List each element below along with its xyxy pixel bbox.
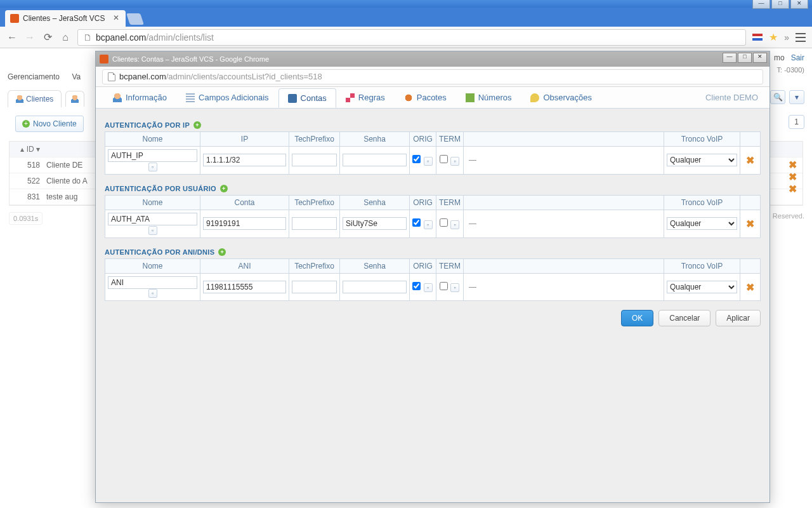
- add-user-icon[interactable]: +: [220, 185, 228, 192]
- ani-extra: —: [469, 283, 476, 291]
- hdr-senha: Senha: [340, 195, 410, 210]
- orig-extra-icon[interactable]: ▫: [424, 220, 433, 229]
- hdr-tronco: Tronco VoIP: [664, 258, 740, 273]
- hdr-senha: Senha: [340, 258, 410, 273]
- home-button[interactable]: ⌂: [60, 32, 71, 43]
- hdr-term: TERM: [436, 195, 464, 210]
- omnibox[interactable]: 🗋 bcpanel.com/admin/clients/list: [77, 29, 746, 46]
- main-menu: Gerenciamento Va: [8, 72, 91, 81]
- dialog-url[interactable]: bcpanel.com/admin/clients/accountsList?i…: [102, 69, 763, 84]
- menu-gerenciamento[interactable]: Gerenciamento: [8, 72, 60, 81]
- menu-icon[interactable]: [796, 33, 806, 42]
- new-client-button[interactable]: + Novo Cliente: [15, 116, 84, 132]
- dialog-close-button[interactable]: ✕: [753, 53, 767, 63]
- dialog-title: Clientes: Contas – JeraSoft VCS - Google…: [112, 55, 269, 63]
- term-extra-icon[interactable]: ▫: [450, 283, 459, 292]
- minimize-button[interactable]: —: [752, 0, 770, 9]
- ip-nome-input[interactable]: [108, 149, 197, 162]
- person-icon: [16, 95, 23, 103]
- expand-icon[interactable]: ▫: [148, 289, 157, 298]
- add-ani-icon[interactable]: +: [218, 248, 226, 256]
- ip-auth-table: Nome IP TechPrefixo Senha ORIG TERM Tron…: [105, 131, 761, 175]
- back-button[interactable]: ←: [6, 32, 18, 43]
- rules-icon: [346, 93, 355, 102]
- delete-icon[interactable]: ✖: [789, 183, 797, 195]
- delete-icon[interactable]: ✖: [789, 159, 797, 171]
- ip-term-checkbox[interactable]: [440, 155, 448, 163]
- user-conta-input[interactable]: [203, 217, 286, 230]
- favicon-icon: [100, 55, 108, 64]
- chevron-right-icon[interactable]: »: [784, 32, 789, 43]
- delete-row-icon[interactable]: ✖: [746, 155, 754, 166]
- apply-button[interactable]: Aplicar: [716, 310, 761, 326]
- tab-extra[interactable]: [65, 91, 84, 107]
- ani-term-checkbox[interactable]: [440, 282, 448, 290]
- dropdown-button[interactable]: ▾: [789, 90, 804, 104]
- user-tronco-select[interactable]: Qualquer: [667, 217, 737, 230]
- user-term-checkbox[interactable]: [440, 218, 448, 227]
- dialog-titlebar[interactable]: Clientes: Contas – JeraSoft VCS - Google…: [96, 51, 769, 67]
- close-button[interactable]: ✕: [790, 0, 808, 9]
- ani-orig-checkbox[interactable]: [412, 282, 421, 290]
- tab-contas[interactable]: Contas: [278, 88, 336, 108]
- delete-icon[interactable]: ✖: [789, 171, 797, 183]
- add-ip-icon[interactable]: +: [193, 121, 201, 129]
- ip-senha-input[interactable]: [343, 154, 407, 166]
- dialog-minimize-button[interactable]: —: [723, 53, 737, 63]
- tab-regras[interactable]: Regras: [336, 88, 395, 107]
- tab-clientes[interactable]: Clientes: [8, 90, 62, 107]
- hdr-id[interactable]: ID: [27, 145, 34, 154]
- outer-titlebar: [0, 0, 812, 8]
- user-nome-input[interactable]: [108, 213, 197, 225]
- search-button[interactable]: 🔍: [770, 90, 785, 104]
- person-icon: [71, 95, 79, 103]
- favicon-icon: [10, 14, 19, 23]
- ani-nome-input[interactable]: [108, 276, 197, 289]
- dialog-maximize-button[interactable]: □: [738, 53, 752, 63]
- flag-icon: [752, 34, 763, 41]
- user-senha-input[interactable]: [343, 217, 407, 230]
- tab-campos[interactable]: Campos Adicionais: [176, 88, 278, 107]
- ani-pref-input[interactable]: [292, 281, 337, 293]
- reload-button[interactable]: ⟳: [42, 32, 53, 43]
- term-extra-icon[interactable]: ▫: [450, 220, 459, 229]
- forward-button[interactable]: →: [24, 32, 36, 43]
- ip-tronco-select[interactable]: Qualquer: [667, 154, 737, 166]
- ip-orig-checkbox[interactable]: [412, 155, 421, 163]
- orig-extra-icon[interactable]: ▫: [424, 157, 433, 166]
- tab-label: Pacotes: [417, 93, 447, 102]
- new-tab-button[interactable]: [126, 13, 144, 25]
- tab-informacao[interactable]: Informação: [103, 88, 176, 107]
- tab-pacotes[interactable]: Pacotes: [395, 88, 456, 107]
- menu-va[interactable]: Va: [72, 72, 81, 81]
- expand-icon[interactable]: ▫: [148, 226, 157, 235]
- load-timer: 0.0931s: [9, 212, 43, 225]
- ani-ani-input[interactable]: [203, 281, 286, 293]
- user-pref-input[interactable]: [292, 217, 337, 230]
- delete-row-icon[interactable]: ✖: [746, 282, 754, 293]
- term-extra-icon[interactable]: ▫: [450, 157, 459, 166]
- user-orig-checkbox[interactable]: [412, 218, 421, 227]
- ip-ip-input[interactable]: [203, 154, 286, 166]
- delete-row-icon[interactable]: ✖: [746, 218, 754, 229]
- ip-pref-input[interactable]: [292, 154, 337, 166]
- ani-senha-input[interactable]: [343, 281, 407, 293]
- tab-close-icon[interactable]: ✕: [113, 14, 121, 22]
- ani-tronco-select[interactable]: Qualquer: [667, 281, 737, 293]
- tab-observacoes[interactable]: Observações: [521, 88, 601, 107]
- logout-link[interactable]: Sair: [791, 53, 804, 62]
- file-icon: [108, 72, 115, 81]
- tab-numeros[interactable]: Números: [456, 88, 521, 107]
- expand-icon[interactable]: ▫: [148, 163, 157, 171]
- chrome-tab[interactable]: Clientes – JeraSoft VCS ✕: [5, 10, 126, 27]
- cancel-button[interactable]: Cancelar: [658, 310, 710, 326]
- chrome-toolbar: ← → ⟳ ⌂ 🗋 bcpanel.com/admin/clients/list…: [0, 27, 812, 48]
- tab-clientes-label: Clientes: [26, 95, 53, 104]
- package-icon: [404, 93, 413, 102]
- ok-button[interactable]: OK: [621, 310, 653, 326]
- cell-id: 522: [13, 177, 46, 185]
- page-number[interactable]: 1: [789, 115, 804, 129]
- maximize-button[interactable]: □: [771, 0, 789, 9]
- bookmark-star-icon[interactable]: ★: [769, 31, 778, 43]
- orig-extra-icon[interactable]: ▫: [424, 283, 433, 292]
